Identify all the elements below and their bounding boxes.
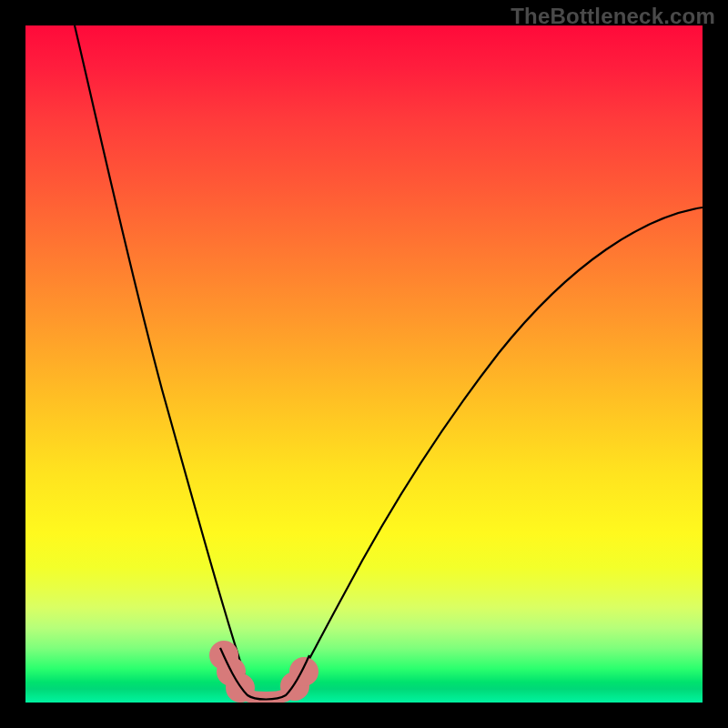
plot-area: [25, 25, 703, 703]
curve-right: [288, 207, 703, 698]
watermark-label: TheBottleneck.com: [511, 4, 715, 29]
curve-left: [75, 25, 253, 698]
valley-marker-group: [216, 647, 312, 698]
chart-frame: TheBottleneck.com: [0, 0, 728, 728]
chart-svg: [25, 25, 703, 703]
